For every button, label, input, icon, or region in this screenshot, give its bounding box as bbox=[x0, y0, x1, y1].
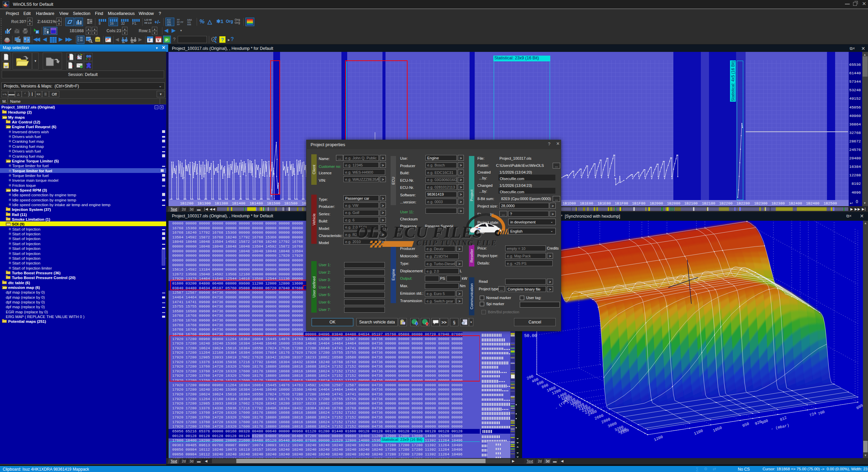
svg-text:2: 2 bbox=[27, 38, 29, 41]
svg-text:F: F bbox=[36, 31, 38, 34]
svg-text:P: P bbox=[165, 38, 168, 42]
svg-text:V: V bbox=[157, 38, 160, 42]
svg-text:F: F bbox=[86, 57, 88, 60]
svg-text:V: V bbox=[88, 57, 91, 60]
svg-text:F: F bbox=[149, 38, 151, 42]
